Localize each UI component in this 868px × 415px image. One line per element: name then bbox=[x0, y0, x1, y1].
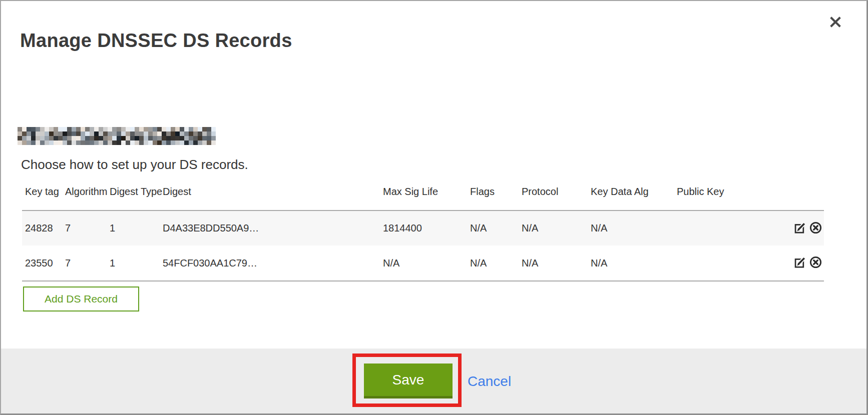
edit-icon bbox=[793, 221, 807, 236]
column-header-key-data-alg: Key Data Alg bbox=[591, 186, 677, 198]
table-row: 24828 7 1 D4A33E8DD550A9… 1814400 N/A N/… bbox=[22, 211, 824, 246]
close-icon bbox=[828, 15, 842, 29]
modal-footer: Save Cancel bbox=[1, 348, 866, 414]
add-ds-record-button[interactable]: Add DS Record bbox=[23, 286, 139, 312]
cell-algorithm: 7 bbox=[65, 222, 110, 234]
column-header-algorithm: Algorithm bbox=[65, 186, 110, 198]
cell-flags: N/A bbox=[470, 222, 522, 234]
page-title: Manage DNSSEC DS Records bbox=[20, 30, 292, 52]
edit-record-button[interactable] bbox=[792, 256, 807, 270]
cell-actions bbox=[785, 221, 824, 236]
cell-key-data-alg: N/A bbox=[591, 258, 677, 269]
cell-key-data-alg: N/A bbox=[591, 222, 677, 234]
x-circle-icon bbox=[809, 256, 822, 270]
delete-record-button[interactable] bbox=[808, 221, 823, 236]
cell-key-tag: 24828 bbox=[22, 222, 65, 234]
column-header-protocol: Protocol bbox=[522, 186, 591, 198]
close-button[interactable] bbox=[828, 15, 842, 29]
cell-protocol: N/A bbox=[522, 258, 591, 269]
column-header-digest: Digest bbox=[163, 186, 383, 198]
table-header-row: Key tag Algorithm Digest Type Digest Max… bbox=[22, 185, 824, 210]
column-header-key-tag: Key tag bbox=[22, 186, 65, 198]
cell-digest: 54FCF030AA1C79… bbox=[163, 258, 383, 269]
cell-digest-type: 1 bbox=[110, 222, 163, 234]
x-circle-icon bbox=[809, 221, 822, 236]
intro-text: Choose how to set up your DS records. bbox=[21, 157, 248, 172]
ds-records-table: Key tag Algorithm Digest Type Digest Max… bbox=[22, 185, 824, 282]
cell-max-sig-life: N/A bbox=[383, 258, 470, 269]
cell-key-tag: 23550 bbox=[22, 258, 65, 269]
column-header-flags: Flags bbox=[470, 186, 522, 198]
edit-record-button[interactable] bbox=[792, 221, 807, 236]
redacted-domain-name bbox=[18, 127, 216, 145]
column-header-max-sig-life: Max Sig Life bbox=[383, 186, 470, 198]
column-header-public-key: Public Key bbox=[677, 186, 785, 198]
cell-digest: D4A33E8DD550A9… bbox=[163, 222, 383, 234]
cell-digest-type: 1 bbox=[110, 258, 163, 269]
cell-max-sig-life: 1814400 bbox=[383, 222, 470, 234]
delete-record-button[interactable] bbox=[808, 256, 823, 270]
cell-algorithm: 7 bbox=[65, 258, 110, 269]
save-button[interactable]: Save bbox=[364, 364, 453, 398]
cell-actions bbox=[785, 256, 824, 270]
cancel-link[interactable]: Cancel bbox=[468, 374, 511, 390]
cell-flags: N/A bbox=[470, 258, 522, 269]
table-body: 24828 7 1 D4A33E8DD550A9… 1814400 N/A N/… bbox=[22, 210, 824, 282]
edit-icon bbox=[793, 256, 807, 270]
column-header-digest-type: Digest Type bbox=[110, 186, 163, 198]
table-row: 23550 7 1 54FCF030AA1C79… N/A N/A N/A N/… bbox=[22, 246, 824, 280]
cell-protocol: N/A bbox=[522, 222, 591, 234]
dnssec-modal: Manage DNSSEC DS Records Choose how to s… bbox=[0, 0, 868, 415]
